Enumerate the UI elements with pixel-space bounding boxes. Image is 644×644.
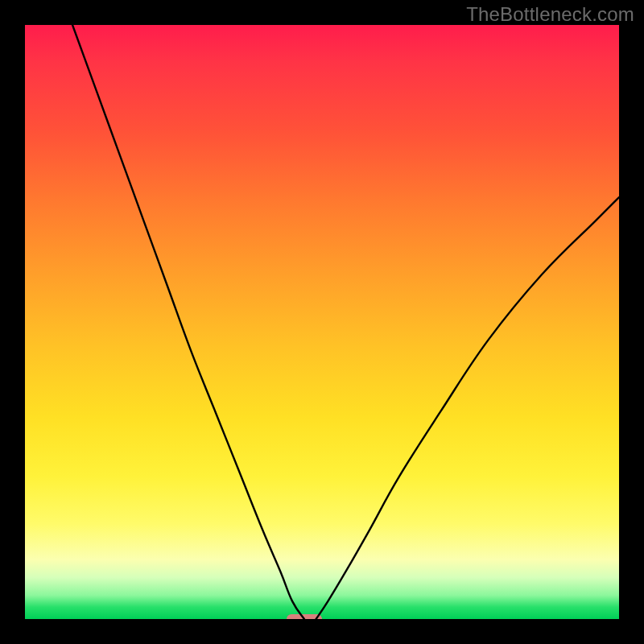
watermark-text: TheBottleneck.com: [466, 3, 634, 26]
curve-right-branch: [316, 197, 619, 619]
bottleneck-curve: [25, 25, 619, 619]
curve-left-branch: [72, 25, 304, 619]
chart-frame: TheBottleneck.com: [0, 0, 644, 644]
plot-area: [25, 25, 619, 619]
